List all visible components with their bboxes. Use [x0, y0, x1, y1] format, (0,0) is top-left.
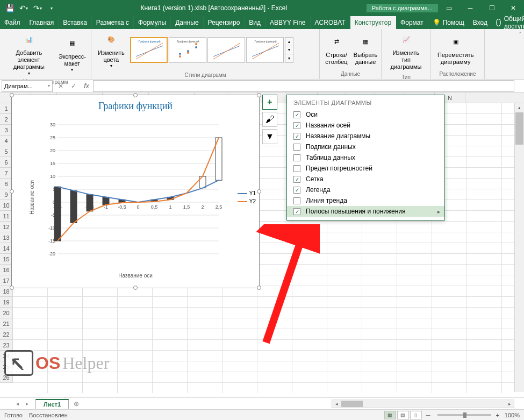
checkbox[interactable]: [293, 197, 300, 204]
vertical-scrollbar[interactable]: ▴: [514, 103, 524, 392]
qat-more-icon[interactable]: ▾: [45, 2, 58, 15]
chart-element-item[interactable]: Название диаграммы: [287, 131, 444, 141]
row-header[interactable]: 13: [0, 232, 12, 243]
save-icon[interactable]: 💾: [3, 2, 16, 15]
tab-view[interactable]: Вид: [245, 16, 265, 29]
tab-review[interactable]: Рецензиро: [204, 16, 245, 29]
checkbox[interactable]: [293, 176, 300, 183]
maximize-icon[interactable]: ☐: [481, 0, 503, 16]
change-colors-button[interactable]: 🎨 Изменить цвета▾: [95, 30, 128, 70]
chart-title[interactable]: Графики функций: [12, 95, 259, 114]
checkbox[interactable]: [293, 144, 300, 151]
tab-data[interactable]: Данные: [171, 16, 203, 29]
row-header[interactable]: 17: [0, 275, 12, 286]
tab-insert[interactable]: Вставка: [59, 16, 92, 29]
select-data-button[interactable]: ▦ Выбрать данные: [352, 32, 379, 67]
tab-formulas[interactable]: Формулы: [134, 16, 171, 29]
horizontal-scrollbar[interactable]: ◂ ▸: [332, 400, 514, 408]
sheet-nav-prev-icon[interactable]: ◂: [13, 400, 21, 408]
chart-element-item[interactable]: Сетка: [287, 174, 444, 184]
tab-file[interactable]: Файл: [0, 16, 25, 29]
formula-input[interactable]: [93, 80, 514, 92]
zoom-slider[interactable]: [437, 414, 491, 416]
tab-format[interactable]: Формат: [396, 16, 428, 29]
scroll-thumb[interactable]: [341, 401, 363, 407]
chart-element-item[interactable]: Таблица данных: [287, 152, 444, 163]
tab-design[interactable]: Конструктор: [350, 16, 396, 29]
resize-handle[interactable]: [257, 93, 261, 97]
name-box[interactable]: Диаграм...▾: [2, 80, 53, 92]
row-header[interactable]: 15: [0, 254, 12, 265]
chart-element-item[interactable]: Подписи данных: [287, 141, 444, 152]
chart-legend[interactable]: Y1 Y2: [238, 188, 256, 207]
checkbox[interactable]: [293, 154, 300, 161]
row-header[interactable]: 19: [0, 297, 12, 308]
scroll-thumb[interactable]: [515, 112, 523, 145]
gallery-more[interactable]: ▴▾▾: [285, 37, 293, 63]
chart-style-1[interactable]: Графики функций: [130, 37, 168, 63]
row-header[interactable]: 5: [0, 146, 12, 157]
row-header[interactable]: 2: [0, 114, 12, 125]
row-header[interactable]: 14: [0, 243, 12, 254]
sheet-tab-1[interactable]: Лист1: [35, 399, 69, 409]
close-icon[interactable]: ✕: [503, 0, 524, 16]
tab-home[interactable]: Главная: [25, 16, 59, 29]
move-chart-button[interactable]: ▣ Переместить диаграмму: [434, 32, 477, 67]
row-header[interactable]: 8: [0, 179, 12, 189]
row-header[interactable]: 25: [0, 361, 12, 372]
row-header[interactable]: 20: [0, 308, 12, 318]
ribbon-options-icon[interactable]: ▭: [438, 0, 460, 16]
redo-icon[interactable]: ↷▾: [31, 2, 44, 15]
undo-icon[interactable]: ↶▾: [17, 2, 30, 15]
row-header[interactable]: 10: [0, 200, 12, 211]
resize-handle[interactable]: [257, 286, 261, 290]
row-header[interactable]: 7: [0, 168, 12, 179]
chart-element-item[interactable]: Названия осей: [287, 120, 444, 131]
tell-me[interactable]: 💡 Помощ: [428, 16, 469, 29]
row-header[interactable]: 22: [0, 329, 12, 340]
resize-handle[interactable]: [10, 286, 14, 290]
fx-icon[interactable]: fx: [80, 80, 93, 92]
row-header[interactable]: 3: [0, 125, 12, 136]
row-header[interactable]: 26: [0, 372, 12, 383]
minimize-icon[interactable]: ─: [460, 0, 481, 16]
resize-handle[interactable]: [10, 93, 14, 97]
change-chart-type-button[interactable]: 📈 Изменить тип диаграммы: [385, 30, 427, 72]
chart-plot-area[interactable]: -20-15-10-5051015202530-2,5-2-1,5-1-0,50…: [41, 119, 224, 265]
checkbox[interactable]: [293, 165, 300, 172]
cancel-formula-icon[interactable]: ✕: [54, 80, 67, 92]
row-header[interactable]: 6: [0, 157, 12, 168]
scroll-right-icon[interactable]: ▸: [505, 400, 514, 408]
row-header[interactable]: 16: [0, 265, 12, 275]
view-page-layout-icon[interactable]: ▤: [397, 411, 409, 419]
chart-styles-button[interactable]: 🖌: [262, 112, 277, 127]
collapse-ribbon-icon[interactable]: ˄: [519, 31, 522, 39]
checkbox[interactable]: [293, 133, 300, 140]
chart-style-4[interactable]: Графики функций: [246, 37, 284, 63]
chart-object[interactable]: Графики функций Название оси Название ос…: [11, 95, 260, 288]
row-header[interactable]: 24: [0, 351, 12, 361]
chart-elements-button[interactable]: +: [262, 95, 277, 110]
checkbox[interactable]: [293, 187, 300, 194]
quick-layout-button[interactable]: ▦ Экспресс- макет▾: [57, 34, 88, 74]
scroll-up-icon[interactable]: ▴: [515, 103, 524, 112]
row-header[interactable]: 11: [0, 211, 12, 222]
chart-style-3[interactable]: [207, 37, 245, 63]
signin-button[interactable]: Вход: [469, 16, 492, 29]
chart-element-item[interactable]: Легенда: [287, 184, 444, 195]
x-axis-title[interactable]: Название оси: [118, 273, 153, 279]
chart-element-item[interactable]: Линия тренда: [287, 195, 444, 206]
row-header[interactable]: 21: [0, 318, 12, 329]
add-chart-element-button[interactable]: 📊 Добавить элемент диаграммы▾: [3, 30, 55, 77]
scroll-left-icon[interactable]: ◂: [332, 400, 341, 408]
add-sheet-button[interactable]: ⊕: [71, 399, 82, 409]
row-header[interactable]: 12: [0, 222, 12, 232]
sheet-nav-next-icon[interactable]: ▸: [23, 400, 31, 408]
view-page-break-icon[interactable]: ▯: [410, 411, 422, 419]
row-header[interactable]: 23: [0, 340, 12, 351]
checkbox[interactable]: [293, 208, 300, 215]
switch-row-column-button[interactable]: ⇄ Строка/ столбец: [323, 32, 350, 67]
chart-element-item[interactable]: Полосы повышения и понижения▸: [287, 206, 444, 217]
row-header[interactable]: 4: [0, 136, 12, 146]
tab-abbyy[interactable]: ABBYY Fine: [265, 16, 310, 29]
